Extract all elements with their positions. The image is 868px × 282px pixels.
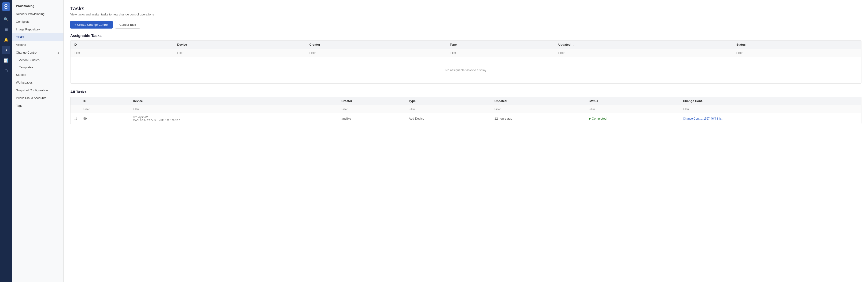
sidebar-item-network-provisioning[interactable]: Network Provisioning <box>12 10 63 18</box>
sidebar-item-tags[interactable]: Tags <box>12 102 63 109</box>
assignable-tasks-title: Assignable Tasks <box>70 34 862 38</box>
assignable-tasks-table-container: ID Device Creator Type Updated ↓ <box>70 40 862 84</box>
assignable-col-status: Status <box>733 40 861 49</box>
task-device-name: dc1-spine2 <box>133 115 335 119</box>
all-tasks-col-change-control: Change Cont... <box>680 97 861 105</box>
sidebar-item-public-cloud-accounts[interactable]: Public Cloud Accounts <box>12 94 63 102</box>
task-creator-cell: ansible <box>338 113 406 124</box>
assignable-col-creator: Creator <box>306 40 446 49</box>
all-tasks-title: All Tasks <box>70 90 862 94</box>
sidebar-item-studios[interactable]: Studios <box>12 71 63 79</box>
assignable-tasks-table: ID Device Creator Type Updated ↓ <box>70 40 861 83</box>
change-control-link[interactable]: Change Contr... 1567-46f4-8fb... <box>683 117 723 120</box>
assignable-filter-row: Filter Filter Filter Filter Filter Filte… <box>70 49 861 57</box>
all-tasks-table-container: ID Device Creator Type Updated <box>70 97 862 124</box>
status-badge: Completed <box>589 117 676 120</box>
all-tasks-col-checkbox <box>70 97 80 105</box>
sidebar-subitem-action-bundles[interactable]: Action Bundles <box>12 56 63 64</box>
bell-nav-icon[interactable]: 🔔 <box>2 36 10 44</box>
assignable-filter-type[interactable]: Filter <box>450 51 456 55</box>
table-row: 59 dc1-spine2 MAC: 00:1c:73:0a:9c:bd IP:… <box>70 113 861 124</box>
assignable-filter-creator[interactable]: Filter <box>309 51 316 55</box>
sidebar-item-change-control[interactable]: Change Control ▲ <box>12 49 63 56</box>
all-tasks-col-status: Status <box>585 97 680 105</box>
sidebar-item-configlets[interactable]: Configlets <box>12 18 63 26</box>
task-device-sub: MAC: 00:1c:73:0a:9c:bd IP: 192.168.20.3 <box>133 119 335 122</box>
sidebar-item-image-repository[interactable]: Image Repository <box>12 26 63 33</box>
sidebar-subitem-templates[interactable]: Templates <box>12 64 63 71</box>
assignable-filter-device[interactable]: Filter <box>177 51 184 55</box>
task-updated-cell: 12 hours ago <box>491 113 586 124</box>
task-id-cell: 59 <box>80 113 130 124</box>
all-tasks-filter-type[interactable]: Filter <box>409 108 415 111</box>
all-tasks-col-id: ID <box>80 97 130 105</box>
all-tasks-filter-creator[interactable]: Filter <box>341 108 348 111</box>
status-dot-icon <box>589 118 591 120</box>
cancel-task-button[interactable]: Cancel Task <box>115 21 141 29</box>
assignable-col-device: Device <box>174 40 306 49</box>
page-subtitle: View tasks and assign tasks to new chang… <box>70 13 862 16</box>
chart-nav-icon[interactable]: 📊 <box>2 56 10 65</box>
task-device-cell: dc1-spine2 MAC: 00:1c:73:0a:9c:bd IP: 19… <box>130 113 338 124</box>
task-type-cell: Add Device <box>406 113 491 124</box>
sidebar-item-snapshot-configuration[interactable]: Snapshot Configuration <box>12 86 63 94</box>
all-tasks-filter-change-control[interactable]: Filter <box>683 108 689 111</box>
main-content: Tasks View tasks and assign tasks to new… <box>64 0 868 282</box>
assignable-filter-id[interactable]: Filter <box>74 51 80 55</box>
all-tasks-filter-status[interactable]: Filter <box>589 108 595 111</box>
chevron-up-icon: ▲ <box>57 51 60 54</box>
sidebar-item-workspaces[interactable]: Workspaces <box>12 79 63 86</box>
assignable-filter-status[interactable]: Filter <box>736 51 743 55</box>
page-title: Tasks <box>70 6 862 12</box>
all-tasks-filter-updated[interactable]: Filter <box>495 108 501 111</box>
sort-icon: ↓ <box>572 43 574 46</box>
nav-sidebar: Provisioning Network Provisioning Config… <box>12 0 64 282</box>
create-change-control-button[interactable]: + Create Change Control <box>70 21 113 29</box>
assignable-empty-message: No assignable tasks to display <box>74 59 858 81</box>
row-checkbox[interactable] <box>74 117 77 120</box>
sidebar-item-actions[interactable]: Actions <box>12 41 63 49</box>
sidebar-item-tasks[interactable]: Tasks <box>12 33 63 41</box>
all-tasks-table: ID Device Creator Type Updated <box>70 97 861 124</box>
search-nav-icon[interactable]: 🔍 <box>2 15 10 23</box>
assignable-empty-row: No assignable tasks to display <box>70 57 861 84</box>
assignable-col-updated[interactable]: Updated ↓ <box>555 40 733 49</box>
assignable-col-type: Type <box>446 40 555 49</box>
toolbar: + Create Change Control Cancel Task <box>70 21 862 29</box>
all-tasks-filter-id[interactable]: Filter <box>83 108 90 111</box>
cluster-nav-icon[interactable]: ⬡ <box>2 66 10 75</box>
icon-sidebar: 🔍 ▦ 🔔 ✦ 📊 ⬡ <box>0 0 12 282</box>
grid-nav-icon[interactable]: ▦ <box>2 25 10 34</box>
all-tasks-filter-row: Filter Filter Filter Filter Filter Filte… <box>70 105 861 113</box>
sidebar-section-header: Provisioning <box>12 0 63 10</box>
all-tasks-col-device: Device <box>130 97 338 105</box>
wrench-nav-icon[interactable]: ✦ <box>2 46 10 54</box>
app-logo[interactable] <box>2 2 10 11</box>
all-tasks-col-updated: Updated <box>491 97 586 105</box>
task-status-cell: Completed <box>585 113 680 124</box>
assignable-col-id: ID <box>70 40 174 49</box>
all-tasks-filter-device[interactable]: Filter <box>133 108 139 111</box>
all-tasks-col-type: Type <box>406 97 491 105</box>
all-tasks-col-creator: Creator <box>338 97 406 105</box>
task-change-control-cell: Change Contr... 1567-46f4-8fb... <box>680 113 861 124</box>
assignable-filter-updated[interactable]: Filter <box>558 51 565 55</box>
